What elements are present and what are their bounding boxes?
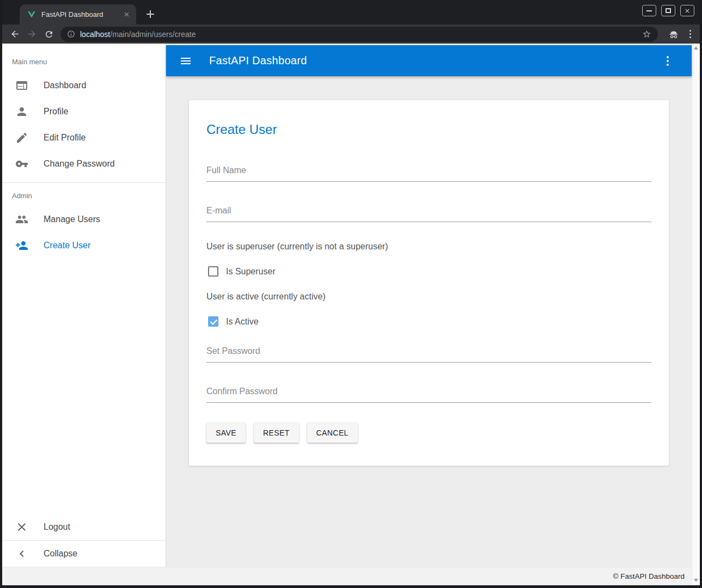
sidebar-item-label: Change Password bbox=[44, 159, 115, 169]
chevron-left-icon bbox=[15, 547, 28, 560]
sidebar: Main menu Dashboard Profile bbox=[2, 44, 166, 567]
sidebar-item-label: Dashboard bbox=[44, 81, 86, 90]
dashboard-icon bbox=[15, 79, 28, 92]
email-field bbox=[206, 201, 651, 222]
url-path: /main/admin/users/create bbox=[110, 30, 196, 39]
page-scrollbar[interactable] bbox=[692, 44, 700, 585]
is-active-label: Is Active bbox=[226, 317, 259, 327]
copyright-text: © FastAPI Dashboard bbox=[613, 572, 685, 580]
browser-menu-button[interactable] bbox=[685, 27, 695, 41]
window-close-icon bbox=[684, 8, 691, 14]
tab-close-icon[interactable] bbox=[122, 10, 131, 19]
minimize-button[interactable] bbox=[642, 5, 656, 16]
address-bar[interactable]: localhost/main/admin/users/create bbox=[60, 27, 658, 42]
email-input[interactable] bbox=[206, 201, 651, 222]
web-content: Main menu Dashboard Profile bbox=[2, 44, 700, 585]
app-title: FastAPI Dashboard bbox=[209, 54, 307, 67]
pencil-icon bbox=[15, 131, 28, 144]
confirm-password-input[interactable] bbox=[206, 382, 651, 403]
person-icon bbox=[15, 105, 28, 118]
main-area: FastAPI Dashboard Create User bbox=[166, 44, 692, 567]
sidebar-item-profile[interactable]: Profile bbox=[2, 99, 166, 125]
sidebar-item-label: Logout bbox=[44, 522, 70, 532]
active-hint: User is active (currently active) bbox=[206, 292, 651, 302]
people-icon bbox=[15, 213, 28, 226]
page-title: Create User bbox=[206, 122, 651, 137]
app-menu-button[interactable] bbox=[662, 53, 673, 69]
scrollbar-up-arrow[interactable] bbox=[694, 46, 698, 50]
page-content: Create User User is superuser (currently… bbox=[166, 76, 692, 567]
full-name-input[interactable] bbox=[206, 161, 651, 182]
minimize-icon bbox=[646, 10, 652, 11]
sidebar-item-create-user[interactable]: Create User bbox=[2, 232, 166, 259]
sidebar-spacer bbox=[2, 259, 166, 514]
person-add-icon bbox=[15, 239, 28, 252]
create-user-card: Create User User is superuser (currently… bbox=[188, 100, 669, 466]
app-bar: FastAPI Dashboard bbox=[166, 45, 692, 76]
is-superuser-checkbox-row[interactable]: Is Superuser bbox=[206, 266, 651, 277]
is-active-checkbox-row[interactable]: Is Active bbox=[206, 316, 651, 327]
browser-tab-strip: FastAPI Dashboard bbox=[2, 0, 700, 24]
sidebar-item-label: Create User bbox=[44, 241, 90, 250]
page-body: Main menu Dashboard Profile bbox=[2, 44, 692, 567]
form-actions: SAVE RESET CANCEL bbox=[206, 422, 651, 443]
url-text: localhost/main/admin/users/create bbox=[80, 30, 196, 39]
new-tab-button[interactable] bbox=[143, 7, 158, 22]
forward-arrow-icon bbox=[27, 29, 37, 39]
reset-button[interactable]: RESET bbox=[254, 422, 299, 443]
browser-toolbar: localhost/main/admin/users/create bbox=[2, 24, 700, 44]
sidebar-item-manage-users[interactable]: Manage Users bbox=[2, 206, 166, 232]
bookmark-star-icon[interactable] bbox=[642, 29, 651, 39]
sidebar-item-label: Manage Users bbox=[44, 215, 100, 224]
cancel-button[interactable]: CANCEL bbox=[307, 422, 358, 443]
sidebar-item-edit-profile[interactable]: Edit Profile bbox=[2, 125, 166, 151]
maximize-button[interactable] bbox=[661, 5, 675, 16]
window-close-button[interactable] bbox=[680, 5, 694, 16]
maximize-icon bbox=[666, 8, 671, 13]
set-password-field bbox=[206, 342, 651, 363]
scrollbar-down-arrow[interactable] bbox=[694, 579, 698, 582]
incognito-icon bbox=[668, 28, 680, 40]
save-button[interactable]: SAVE bbox=[206, 422, 246, 443]
sidebar-item-label: Edit Profile bbox=[44, 133, 86, 143]
hamburger-menu-icon[interactable] bbox=[179, 54, 192, 68]
key-icon bbox=[15, 157, 28, 170]
back-arrow-icon bbox=[10, 29, 20, 39]
sidebar-caption-admin: Admin bbox=[2, 183, 166, 206]
sidebar-item-collapse[interactable]: Collapse bbox=[2, 541, 166, 567]
full-name-field bbox=[206, 161, 651, 182]
browser-tab[interactable]: FastAPI Dashboard bbox=[20, 4, 136, 24]
browser-window: FastAPI Dashboard localho bbox=[0, 0, 702, 588]
reload-icon bbox=[44, 29, 54, 39]
forward-button[interactable] bbox=[23, 26, 40, 42]
back-button[interactable] bbox=[7, 26, 23, 42]
url-host: localhost bbox=[80, 30, 110, 39]
vue-favicon-icon bbox=[27, 10, 36, 19]
page-footer: © FastAPI Dashboard bbox=[2, 567, 692, 585]
reload-button[interactable] bbox=[40, 26, 57, 42]
set-password-input[interactable] bbox=[206, 342, 651, 363]
app-page: Main menu Dashboard Profile bbox=[2, 44, 692, 585]
sidebar-item-change-password[interactable]: Change Password bbox=[2, 151, 166, 177]
close-icon bbox=[15, 520, 28, 534]
is-superuser-label: Is Superuser bbox=[226, 267, 276, 277]
window-controls bbox=[642, 5, 694, 16]
tab-title: FastAPI Dashboard bbox=[41, 10, 122, 19]
superuser-hint: User is superuser (currently is not a su… bbox=[206, 242, 651, 252]
site-info-icon[interactable] bbox=[67, 30, 75, 38]
is-superuser-checkbox[interactable] bbox=[208, 266, 218, 277]
confirm-password-field bbox=[206, 382, 651, 403]
sidebar-item-logout[interactable]: Logout bbox=[2, 514, 166, 540]
plus-icon bbox=[146, 10, 154, 18]
sidebar-item-dashboard[interactable]: Dashboard bbox=[2, 72, 166, 99]
sidebar-item-label: Profile bbox=[44, 107, 68, 117]
sidebar-item-label: Collapse bbox=[44, 549, 77, 559]
sidebar-caption-main-menu: Main menu bbox=[2, 49, 166, 72]
is-active-checkbox[interactable] bbox=[208, 316, 218, 327]
